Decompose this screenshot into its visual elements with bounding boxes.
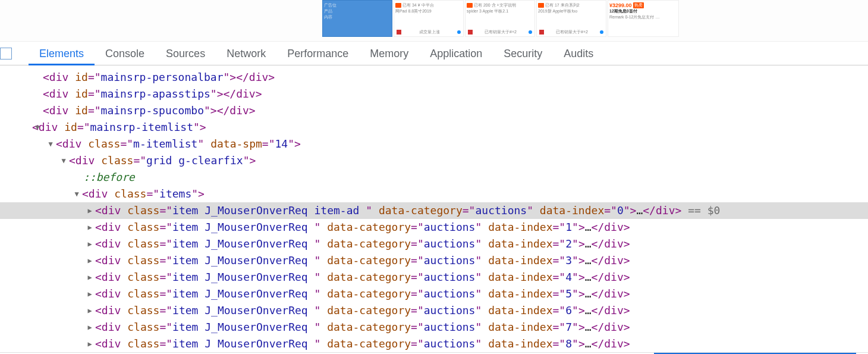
tab-console[interactable]: Console <box>95 42 155 65</box>
dom-node[interactable]: ▶<div class="item J_MouserOnverReq " dat… <box>0 236 868 252</box>
disclosure-triangle-icon[interactable]: ▶ <box>86 252 94 269</box>
product-card[interactable]: 已有 200 含 +文字说明 spider 3 Apple 平板2.1 已有销量… <box>465 0 535 37</box>
badge-icon <box>467 3 473 8</box>
card-text: 广告位 <box>324 2 336 8</box>
tab-audits[interactable]: Audits <box>553 42 604 65</box>
disclosure-triangle-icon[interactable]: ▶ <box>86 219 94 236</box>
dot-icon <box>529 30 532 34</box>
dom-node[interactable]: ▼<div class="grid g-clearfix"> <box>0 152 868 169</box>
card-text: 2019新 Apple平板foo <box>538 8 577 14</box>
tab-memory[interactable]: Memory <box>359 42 419 65</box>
dom-node[interactable]: ▶<div class="item J_MouserOnverReq " dat… <box>0 219 868 236</box>
card-foot: 已有销量大于#+2 <box>556 29 588 35</box>
dot-icon <box>468 30 473 35</box>
tab-elements[interactable]: Elements <box>29 42 95 65</box>
product-card-featured[interactable]: ¥3299.00热卖 12期免息0首付 Remark 0-12月免息支付 … <box>608 0 679 37</box>
tab-performance[interactable]: Performance <box>276 42 359 65</box>
product-strip: 广告位 产品 内容 已有 34 ¥ 中平台 网Pad 8.8英寸2019 成交量… <box>322 0 679 39</box>
card-sub: Remark 0-12月免息支付 … <box>609 14 659 20</box>
dot-icon <box>457 30 461 34</box>
card-foot: 已有销量大于#+2 <box>485 29 517 35</box>
disclosure-triangle-icon[interactable]: ▶ <box>86 302 94 319</box>
card-foot: 成交量上涨 <box>419 29 440 35</box>
card-title: 12期免息0首付 <box>609 8 637 14</box>
dot-icon <box>397 30 401 35</box>
card-text: 已有 17 来自系列2 <box>545 2 580 8</box>
tab-sources[interactable]: Sources <box>155 42 216 65</box>
product-card[interactable]: 已有 34 ¥ 中平台 网Pad 8.8英寸2019 成交量上涨 <box>394 0 464 37</box>
dom-node[interactable]: ▶<div class="item J_MouserOnverReq " dat… <box>0 302 868 319</box>
card-text: 已有 34 ¥ 中平台 <box>402 2 434 8</box>
dom-node[interactable]: ▼<div class="m-itemlist" data-spm="14"> <box>0 136 868 152</box>
rendered-page-preview: 广告位 产品 内容 已有 34 ¥ 中平台 网Pad 8.8英寸2019 成交量… <box>0 0 868 42</box>
dom-node[interactable]: ▶<div class="item J_MouserOnverReq " dat… <box>0 286 868 302</box>
card-text: spider 3 Apple 平板2.1 <box>467 8 508 14</box>
disclosure-triangle-icon[interactable]: ▶ <box>86 336 94 352</box>
disclosure-triangle-icon[interactable]: ▼ <box>73 186 81 202</box>
dom-node[interactable]: <div id="mainsrp-personalbar"></div> <box>0 69 868 86</box>
badge-icon <box>395 3 401 8</box>
card-text: 已有 200 含 +文字说明 <box>474 2 516 8</box>
dot-icon <box>539 30 544 35</box>
disclosure-triangle-icon[interactable]: ▶ <box>86 286 94 302</box>
disclosure-triangle-icon[interactable]: ▼ <box>33 119 42 136</box>
dot-icon <box>600 30 603 34</box>
disclosure-triangle-icon[interactable]: ▶ <box>86 319 94 336</box>
tab-network[interactable]: Network <box>216 42 276 65</box>
product-card[interactable]: 已有 17 来自系列2 2019新 Apple平板foo 已有销量大于#+2 <box>536 0 606 37</box>
disclosure-triangle-icon[interactable]: ▼ <box>59 152 68 169</box>
disclosure-triangle-icon[interactable]: ▼ <box>46 136 55 152</box>
dom-node-selected[interactable]: ▶<div class="item J_MouserOnverReq item-… <box>0 202 868 219</box>
card-text: 产品 <box>324 8 332 14</box>
dom-node[interactable]: ▶<div class="item J_MouserOnverReq " dat… <box>0 269 868 286</box>
dom-node[interactable]: ▼<div id="mainsrp-itemlist"> <box>0 119 868 136</box>
tab-application[interactable]: Application <box>419 42 493 65</box>
dom-node[interactable]: ▶<div class="item J_MouserOnverReq " dat… <box>0 319 868 336</box>
product-card-selected[interactable]: 广告位 产品 内容 <box>322 0 392 37</box>
disclosure-triangle-icon[interactable]: ▶ <box>86 269 94 286</box>
dom-node[interactable]: <div id="mainsrp-spucombo"></div> <box>0 102 868 119</box>
dom-node[interactable]: ▶<div class="item J MouserOnverReq " dat… <box>0 336 868 352</box>
badge-icon <box>538 3 544 8</box>
disclosure-triangle-icon[interactable]: ▶ <box>86 202 94 219</box>
devtools-tabbar: Elements Console Sources Network Perform… <box>0 42 868 65</box>
inspect-element-icon[interactable] <box>0 48 12 59</box>
dom-tree[interactable]: <div id="mainsrp-personalbar"></div> <di… <box>0 65 868 352</box>
tab-security[interactable]: Security <box>493 42 553 65</box>
card-text: 内容 <box>324 14 332 20</box>
disclosure-triangle-icon[interactable]: ▶ <box>86 236 94 252</box>
dom-node[interactable]: ▼<div class="items"> <box>0 186 868 202</box>
hot-badge: 热卖 <box>633 2 644 8</box>
price-text: ¥3299.00 <box>609 2 632 8</box>
dom-node[interactable]: ▶<div class="item J_MouserOnverReq " dat… <box>0 252 868 269</box>
card-text: 网Pad 8.8英寸2019 <box>395 8 432 14</box>
dom-pseudo[interactable]: ::before <box>0 169 868 186</box>
dom-node[interactable]: <div id="mainsrp-apasstips"></div> <box>0 86 868 102</box>
